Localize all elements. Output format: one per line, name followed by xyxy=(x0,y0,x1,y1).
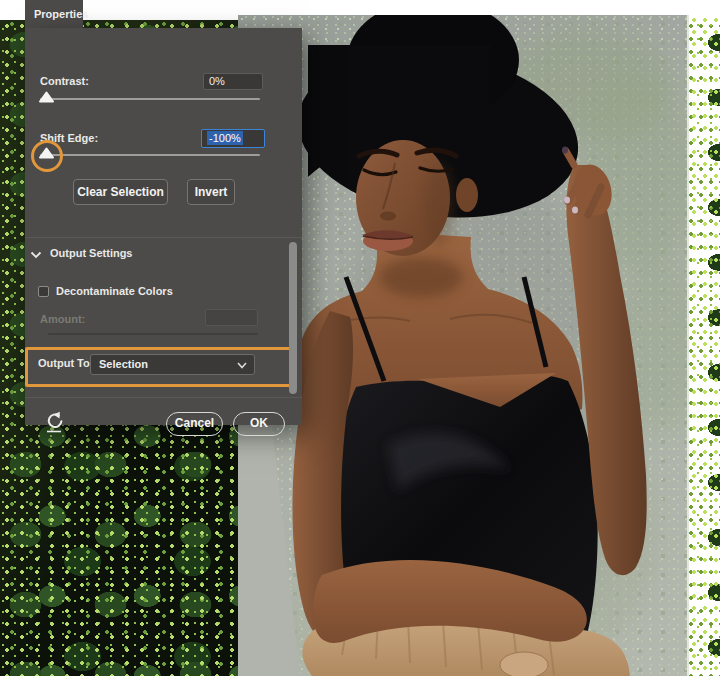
properties-panel-body: Contrast: 0% Shift Edge: -100% Clear Sel… xyxy=(25,28,302,425)
screenshot-root: Properties Contrast: 0% Shift Edge: -100… xyxy=(0,0,720,676)
chevron-down-icon[interactable] xyxy=(30,251,42,259)
clear-selection-button[interactable]: Clear Selection xyxy=(73,179,168,205)
output-settings-header[interactable]: Output Settings xyxy=(50,247,133,259)
contrast-value-field[interactable]: 0% xyxy=(203,73,263,90)
cancel-button[interactable]: Cancel xyxy=(166,412,223,436)
contrast-slider-thumb[interactable] xyxy=(39,91,54,103)
shift-edge-slider-thumb[interactable] xyxy=(39,147,54,159)
shift-edge-label: Shift Edge: xyxy=(40,132,98,144)
amount-slider xyxy=(48,333,258,335)
footer-divider xyxy=(25,397,302,398)
amount-label: Amount: xyxy=(40,313,85,325)
amount-value-field xyxy=(205,309,258,326)
contrast-value: 0% xyxy=(209,75,225,87)
concrete-pillar xyxy=(238,409,300,676)
invert-button[interactable]: Invert xyxy=(187,179,235,205)
shift-edge-value: -100% xyxy=(207,131,243,145)
model-photo xyxy=(238,15,687,676)
background-foliage-right xyxy=(687,15,720,676)
chin-shadow xyxy=(379,257,463,297)
photo-canvas xyxy=(238,15,687,676)
panel-scrollbar[interactable] xyxy=(289,242,297,394)
output-to-dropdown[interactable]: Selection xyxy=(90,354,255,375)
ok-button[interactable]: OK xyxy=(233,412,285,436)
reset-icon[interactable] xyxy=(43,411,65,433)
ear xyxy=(456,178,478,212)
shift-edge-slider[interactable] xyxy=(40,154,260,156)
decontaminate-colors-checkbox[interactable] xyxy=(38,286,49,297)
shift-edge-value-field[interactable]: -100% xyxy=(201,129,265,148)
properties-panel: Properties Contrast: 0% Shift Edge: -100… xyxy=(25,0,302,425)
chevron-down-icon xyxy=(237,362,247,369)
section-divider xyxy=(25,237,302,238)
contrast-label: Contrast: xyxy=(40,75,89,87)
decontaminate-colors-label: Decontaminate Colors xyxy=(56,285,173,297)
tab-properties[interactable]: Properties xyxy=(25,0,83,28)
face-shading xyxy=(424,163,454,247)
output-to-value: Selection xyxy=(99,358,148,370)
output-to-label: Output To: xyxy=(38,357,93,369)
contrast-slider[interactable] xyxy=(40,98,260,100)
